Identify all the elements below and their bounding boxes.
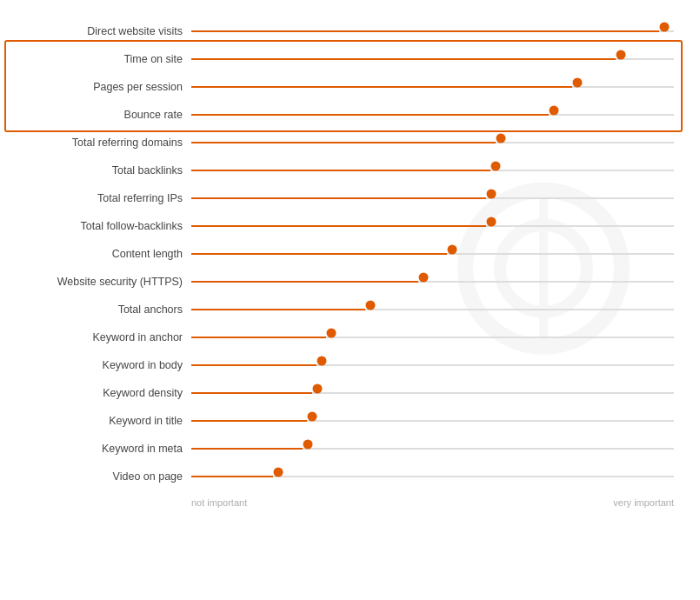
row-fill: [191, 30, 659, 32]
row-label: Keyword in title: [4, 415, 183, 427]
chart-row: Keyword in anchor: [191, 323, 674, 351]
row-fill: [191, 281, 418, 283]
chart-row: Pages per session: [191, 73, 674, 101]
chart-row: Bounce rate: [191, 101, 674, 129]
row-fill: [191, 476, 273, 477]
row-label: Video on page: [4, 470, 183, 483]
row-label: Content length: [4, 248, 183, 260]
row-fill: [191, 392, 312, 394]
row-fill: [191, 309, 365, 310]
row-dot: [486, 217, 496, 227]
row-label: Total backlinks: [4, 164, 183, 177]
row-dot: [486, 190, 496, 199]
chart-row: Total anchors: [191, 296, 674, 323]
chart-row: Direct website visits: [191, 17, 674, 45]
rows-wrapper: Direct website visitsTime on sitePages p…: [191, 17, 674, 490]
row-dot: [491, 162, 501, 171]
row-dot: [303, 440, 312, 450]
row-track: [191, 142, 674, 143]
chart-row: Total backlinks: [191, 157, 674, 184]
row-fill: [191, 448, 303, 450]
chart-row: Keyword in meta: [191, 435, 674, 463]
row-fill: [191, 197, 486, 199]
row-fill: [191, 420, 307, 422]
row-label: Pages per session: [4, 81, 183, 93]
axis-right-label: very important: [613, 497, 674, 508]
axis-left-label: not important: [191, 497, 247, 508]
row-dot: [317, 357, 327, 366]
row-label: Keyword in meta: [4, 443, 183, 455]
row-track: [191, 30, 674, 32]
chart-row: Keyword in title: [191, 407, 674, 435]
row-label: Keyword in anchor: [4, 331, 183, 343]
row-dot: [274, 468, 283, 477]
row-track: [191, 392, 674, 394]
row-dot: [660, 23, 670, 32]
chart-row: Total referring domains: [191, 129, 674, 157]
row-fill: [191, 142, 496, 143]
row-dot: [327, 329, 337, 338]
row-dot: [573, 78, 583, 88]
row-dot: [308, 412, 317, 422]
row-label: Keyword density: [4, 387, 183, 399]
chart-row: Total referring IPs: [191, 184, 674, 212]
chart-row: Total follow-backlinks: [191, 212, 674, 240]
chart-row: Content length: [191, 240, 674, 268]
row-fill: [191, 364, 317, 366]
row-label: Website security (HTTPS): [4, 276, 183, 288]
row-dot: [365, 301, 375, 310]
chart-row: Time on site: [191, 45, 674, 73]
row-track: [191, 281, 674, 283]
row-track: [191, 58, 674, 60]
row-track: [191, 170, 674, 171]
row-track: [191, 337, 674, 338]
row-fill: [191, 170, 490, 171]
row-dot: [312, 384, 322, 394]
row-track: [191, 364, 674, 366]
row-dot: [617, 50, 626, 60]
chart-row: Website security (HTTPS): [191, 268, 674, 296]
row-dot: [496, 134, 505, 143]
row-track: [191, 420, 674, 422]
chart-container: Direct website visitsTime on sitePages p…: [0, 0, 700, 600]
row-label: Direct website visits: [4, 25, 183, 37]
row-dot: [448, 245, 457, 255]
row-label: Total anchors: [4, 303, 183, 316]
row-track: [191, 114, 674, 116]
row-track: [191, 448, 674, 450]
row-fill: [191, 114, 549, 116]
row-label: Total referring IPs: [4, 192, 183, 204]
row-track: [191, 197, 674, 199]
row-label: Bounce rate: [4, 109, 183, 121]
row-label: Total follow-backlinks: [4, 220, 183, 232]
row-track: [191, 309, 674, 310]
row-label: Time on site: [4, 53, 183, 65]
row-fill: [191, 58, 616, 60]
row-track: [191, 476, 674, 477]
row-fill: [191, 225, 486, 227]
row-dot: [418, 273, 428, 283]
row-fill: [191, 253, 447, 255]
chart-row: Keyword in body: [191, 351, 674, 379]
row-track: [191, 86, 674, 88]
row-track: [191, 253, 674, 255]
chart-row: Keyword density: [191, 379, 674, 407]
row-fill: [191, 337, 326, 338]
row-label: Keyword in body: [4, 359, 183, 371]
row-dot: [549, 106, 558, 116]
row-fill: [191, 86, 572, 88]
chart-row: Video on page: [191, 463, 674, 490]
row-label: Total referring domains: [4, 137, 183, 149]
row-track: [191, 225, 674, 227]
axis-labels: not important very important: [191, 497, 674, 508]
